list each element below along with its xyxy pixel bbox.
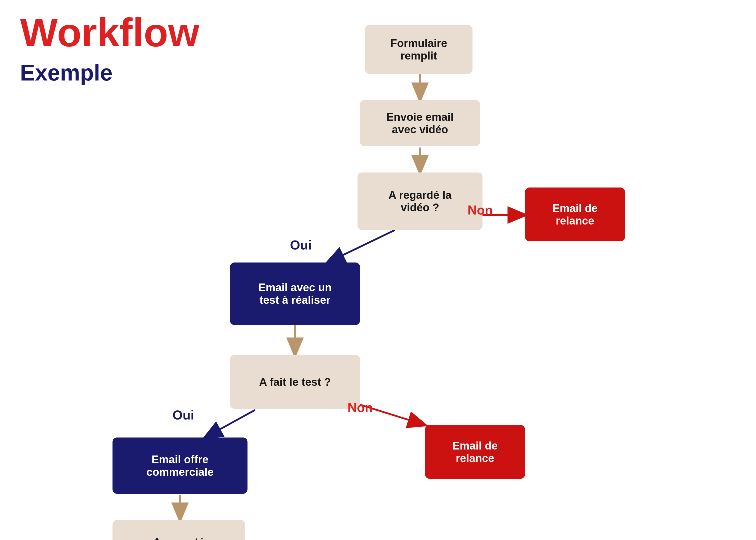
node-email-test: Email avec un test à réaliser (230, 262, 360, 325)
node-regarde-video: A regardé la vidéo ? (357, 173, 482, 230)
label-oui-video: Oui (290, 237, 312, 252)
node-fait-test: A fait le test ? (230, 355, 360, 409)
node-accepte-offre: A accepté l'offre (112, 520, 245, 540)
label-non-test: Non (347, 400, 373, 415)
node-email-relance2: Email de relance (425, 425, 525, 479)
label-oui-test: Oui (173, 408, 194, 423)
svg-line-2 (327, 230, 395, 262)
svg-line-5 (205, 410, 255, 438)
page-subtitle: Exemple (20, 60, 112, 86)
node-email-offre: Email offre commerciale (112, 438, 247, 494)
label-non-video: Non (467, 202, 493, 217)
page-title: Workflow (20, 13, 199, 53)
node-email-relance1: Email de relance (525, 188, 625, 241)
node-formulaire: Formulaire remplit (365, 25, 472, 74)
node-envoie-email: Envoie email avec vidéo (360, 100, 480, 146)
